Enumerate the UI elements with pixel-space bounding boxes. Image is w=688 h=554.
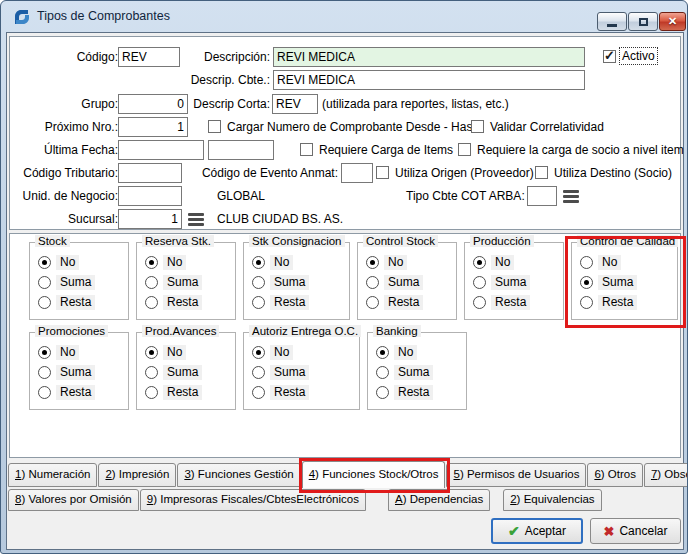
- utiliza-destino-checkbox[interactable]: [535, 166, 548, 179]
- radio-icon[interactable]: [473, 256, 486, 269]
- radio-icon[interactable]: [38, 296, 51, 309]
- tab-5-permisos-de-usuarios[interactable]: 5) Permisos de Usuarios: [446, 463, 586, 487]
- radio-option-suma[interactable]: Suma: [38, 365, 128, 380]
- radio-icon[interactable]: [580, 296, 593, 309]
- radio-option-no[interactable]: No: [252, 345, 359, 360]
- radio-option-suma[interactable]: Suma: [252, 275, 349, 290]
- radio-icon[interactable]: [38, 256, 51, 269]
- radio-option-no[interactable]: No: [580, 255, 677, 270]
- radio-option-resta[interactable]: Resta: [366, 295, 456, 310]
- radio-option-suma[interactable]: Suma: [473, 275, 563, 290]
- radio-icon[interactable]: [38, 386, 51, 399]
- group-promociones: PromocionesNoSumaResta: [29, 332, 129, 410]
- radio-option-suma[interactable]: Suma: [376, 365, 466, 380]
- radio-option-no[interactable]: No: [376, 345, 466, 360]
- tab-8-valores-por-omisi-n[interactable]: 8) Valores por Omisión: [8, 489, 139, 511]
- radio-option-no[interactable]: No: [145, 255, 235, 270]
- tab-7-observaciones[interactable]: 7) Observaciones: [644, 463, 688, 487]
- radio-option-resta[interactable]: Resta: [145, 295, 235, 310]
- radio-icon[interactable]: [376, 366, 389, 379]
- radio-icon[interactable]: [38, 276, 51, 289]
- descrip-corta-input[interactable]: [272, 94, 318, 114]
- radio-option-no[interactable]: No: [145, 345, 235, 360]
- radio-icon[interactable]: [473, 276, 486, 289]
- radio-option-resta[interactable]: Resta: [252, 385, 359, 400]
- radio-icon[interactable]: [252, 346, 265, 359]
- title-bar[interactable]: Tipos de Comprobantes ✕: [1, 1, 687, 32]
- radio-icon[interactable]: [38, 366, 51, 379]
- aceptar-button[interactable]: ✔ Aceptar: [491, 518, 583, 544]
- radio-option-resta[interactable]: Resta: [376, 385, 466, 400]
- tab-3-funciones-gesti-n[interactable]: 3) Funciones Gestión: [177, 463, 300, 487]
- ultima-fecha-input-1[interactable]: [118, 140, 204, 160]
- radio-option-no[interactable]: No: [366, 255, 456, 270]
- tab-6-otros[interactable]: 6) Otros: [587, 463, 643, 487]
- tab-1-numeraci-n[interactable]: 1) Numeración: [8, 463, 97, 487]
- radio-icon[interactable]: [366, 256, 379, 269]
- radio-option-resta[interactable]: Resta: [38, 295, 128, 310]
- radio-icon[interactable]: [252, 386, 265, 399]
- descripcion-input[interactable]: [273, 47, 585, 67]
- radio-icon[interactable]: [580, 256, 593, 269]
- radio-icon[interactable]: [252, 256, 265, 269]
- cot-arba-list-icon[interactable]: [563, 189, 580, 204]
- proximo-input[interactable]: [118, 117, 188, 137]
- radio-option-resta[interactable]: Resta: [252, 295, 349, 310]
- radio-icon[interactable]: [376, 386, 389, 399]
- radio-option-suma[interactable]: Suma: [366, 275, 456, 290]
- cargar-numero-checkbox[interactable]: [208, 120, 221, 133]
- radio-icon[interactable]: [252, 276, 265, 289]
- radio-option-resta[interactable]: Resta: [145, 385, 235, 400]
- anmat-input[interactable]: [341, 163, 373, 183]
- radio-icon[interactable]: [366, 276, 379, 289]
- close-button[interactable]: ✕: [659, 12, 686, 31]
- activo-checkbox[interactable]: [603, 50, 616, 63]
- utiliza-origen-checkbox[interactable]: [376, 166, 389, 179]
- tab-2-equivalencias[interactable]: 2) Equivalencias: [503, 489, 601, 511]
- minimize-button[interactable]: [597, 12, 627, 31]
- radio-icon[interactable]: [366, 296, 379, 309]
- tab-9-impresoras-fiscales-cbteselectr-nicos[interactable]: 9) Impresoras Fiscales/CbtesElectrónicos: [140, 489, 366, 511]
- tab-a-dependencias[interactable]: A) Dependencias: [388, 489, 490, 511]
- radio-option-suma[interactable]: Suma: [145, 365, 235, 380]
- radio-icon[interactable]: [145, 256, 158, 269]
- radio-option-no[interactable]: No: [473, 255, 563, 270]
- radio-icon[interactable]: [145, 346, 158, 359]
- radio-option-no[interactable]: No: [252, 255, 349, 270]
- cot-arba-input[interactable]: [527, 186, 557, 206]
- codigo-input[interactable]: [118, 47, 180, 67]
- descrip-cbte-input[interactable]: [273, 70, 585, 90]
- radio-option-suma[interactable]: Suma: [145, 275, 235, 290]
- radio-icon[interactable]: [145, 276, 158, 289]
- unid-negocio-input[interactable]: [118, 186, 182, 206]
- radio-option-no[interactable]: No: [38, 255, 128, 270]
- radio-option-suma[interactable]: Suma: [580, 275, 677, 290]
- tab-4-funciones-stock-otros[interactable]: 4) Funciones Stock/Otros: [302, 461, 446, 488]
- tab-2-impresi-n[interactable]: 2) Impresión: [98, 463, 176, 487]
- radio-icon[interactable]: [376, 346, 389, 359]
- cancelar-button[interactable]: ✖ Cancelar: [590, 518, 681, 544]
- validar-checkbox[interactable]: [471, 120, 484, 133]
- radio-option-suma[interactable]: Suma: [252, 365, 359, 380]
- radio-option-no[interactable]: No: [38, 345, 128, 360]
- radio-icon[interactable]: [145, 386, 158, 399]
- radio-option-suma[interactable]: Suma: [38, 275, 128, 290]
- codigo-tributario-input[interactable]: [118, 163, 182, 183]
- requiere-socio-checkbox[interactable]: [458, 143, 471, 156]
- radio-icon[interactable]: [252, 296, 265, 309]
- radio-icon[interactable]: [252, 366, 265, 379]
- radio-icon[interactable]: [580, 276, 593, 289]
- sucursal-input[interactable]: [118, 209, 182, 229]
- radio-icon[interactable]: [473, 296, 486, 309]
- sucursal-list-icon[interactable]: [188, 212, 205, 227]
- radio-option-resta[interactable]: Resta: [473, 295, 563, 310]
- radio-option-resta[interactable]: Resta: [580, 295, 677, 310]
- radio-icon[interactable]: [38, 346, 51, 359]
- requiere-items-checkbox[interactable]: [300, 143, 313, 156]
- maximize-button[interactable]: [628, 12, 658, 31]
- grupo-input[interactable]: [118, 94, 188, 114]
- radio-icon[interactable]: [145, 366, 158, 379]
- radio-icon[interactable]: [145, 296, 158, 309]
- ultima-fecha-input-2[interactable]: [208, 140, 274, 160]
- radio-option-resta[interactable]: Resta: [38, 385, 128, 400]
